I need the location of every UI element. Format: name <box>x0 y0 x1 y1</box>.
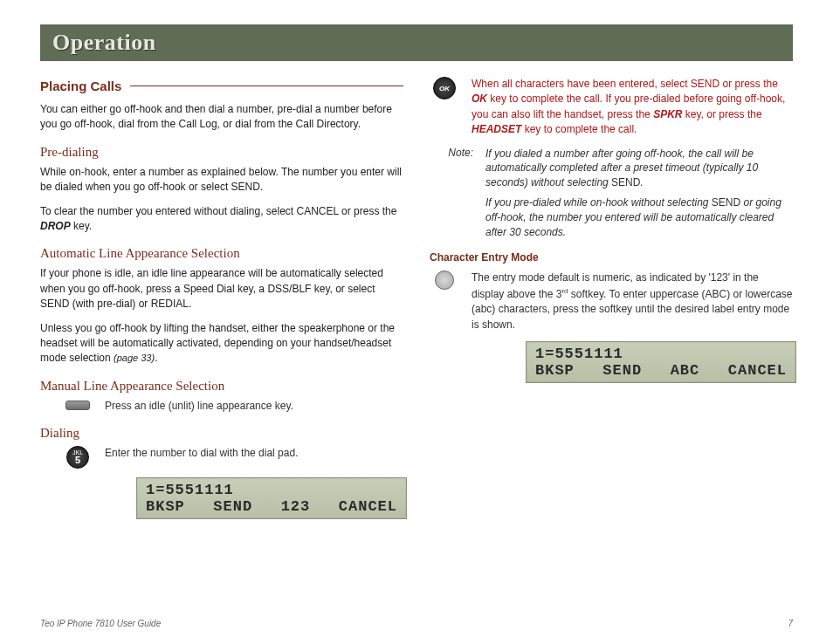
lcd1-softkey-cancel: CANCEL <box>339 498 397 515</box>
section-rule <box>130 86 403 86</box>
subhead-manual-line: Manual Line Appearance Selection <box>40 379 403 394</box>
note-2: If you pre-dialed while on-hook without … <box>485 195 793 239</box>
subhead-predialing: Pre-dialing <box>40 145 403 160</box>
intro-paragraph: You can either go off-hook and then dial… <box>40 102 403 133</box>
line-key-icon <box>65 401 90 410</box>
drop-key-name: DROP <box>40 220 71 232</box>
section-title-text: Placing Calls <box>40 79 121 93</box>
lcd2-softkey-send: SEND <box>602 362 642 379</box>
predial-p1: While on-hook, enter a number as explain… <box>40 165 403 195</box>
lcd1-softkey-send: SEND <box>213 498 252 515</box>
page-ref: (page 33) <box>114 353 155 363</box>
char-entry-text: The entry mode default is numeric, as in… <box>472 271 793 332</box>
lcd1-line1: 1=5551111 <box>146 482 397 498</box>
subhead-dialing: Dialing <box>40 426 403 441</box>
auto-p1: If your phone is idle, an idle line appe… <box>40 266 403 312</box>
section-title-placing-calls: Placing Calls <box>40 79 403 93</box>
subhead-auto-line: Automatic Line Appearance Selection <box>40 246 403 261</box>
lcd2-softkey-cancel: CANCEL <box>728 362 787 379</box>
spkr-key-name: SPKR <box>653 108 682 120</box>
lcd-display-1: 1=5551111 BKSP SEND 123 CANCEL <box>136 477 407 519</box>
lcd1-softkey-123: 123 <box>281 498 311 515</box>
footer-page-number: 7 <box>788 619 793 628</box>
send-instruction: When all characters have been entered, s… <box>472 77 793 138</box>
page-banner: Operation <box>40 24 793 61</box>
predial-p2: To clear the number you entered without … <box>40 204 403 235</box>
footer-title: Teo IP Phone 7810 User Guide <box>40 619 161 628</box>
lcd1-softkey-bksp: BKSP <box>146 498 185 515</box>
left-column: Placing Calls You can either go off-hook… <box>40 72 403 524</box>
ok-key-icon: OK <box>433 77 456 99</box>
page-footer: Teo IP Phone 7810 User Guide 7 <box>40 619 793 628</box>
manual-line-text: Press an idle (unlit) line appearance ke… <box>105 399 403 414</box>
note-1: If you dialed a number after going off-h… <box>485 147 793 190</box>
dialpad-key-icon: JKL 5 <box>66 446 89 469</box>
note-label: Note: <box>430 147 473 190</box>
dialing-text: Enter the number to dial with the dial p… <box>105 446 403 461</box>
ok-key-name: OK <box>472 92 487 105</box>
softkey-icon <box>435 271 454 290</box>
lcd2-line1: 1=5551111 <box>535 346 787 362</box>
auto-p2: Unless you go off-hook by lifting the ha… <box>40 321 403 367</box>
lcd-display-2: 1=5551111 BKSP SEND ABC CANCEL <box>526 341 796 383</box>
note-block: Note: If you dialed a number after going… <box>430 147 793 190</box>
lcd2-softkey-abc: ABC <box>671 362 700 379</box>
banner-title: Operation <box>52 30 781 56</box>
headset-key-name: HEADSET <box>472 123 521 135</box>
right-column: OK When all characters have been entered… <box>430 72 793 524</box>
subhead-char-entry: Character Entry Mode <box>430 251 793 264</box>
lcd2-softkey-bksp: BKSP <box>535 362 575 379</box>
